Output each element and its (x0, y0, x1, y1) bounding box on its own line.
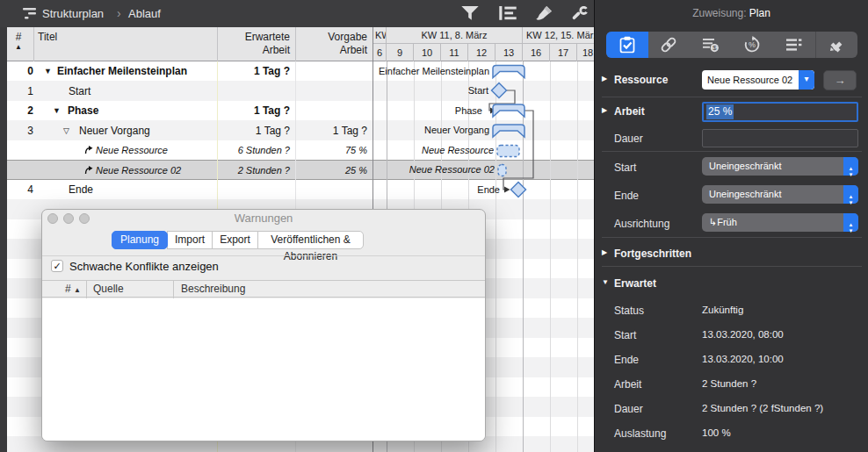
tab-import[interactable]: Import (167, 231, 213, 249)
end-label: Ende (614, 190, 639, 202)
table-row[interactable]: 0 ▼ Einfacher Meilensteinplan 1 Tag ? (7, 61, 373, 82)
inspector-sidebar: Zuweisung: Plan (594, 0, 868, 452)
alignment-popup[interactable]: ↳Früh ▲▼ (702, 213, 858, 232)
summary-bar-meilensteinplan[interactable] (493, 66, 524, 78)
table-row-resource[interactable]: Neue Ressource 6 Stunden ? 75 % (7, 140, 373, 161)
tab-assignment[interactable] (606, 32, 648, 58)
go-to-resource-button[interactable]: → (823, 70, 857, 90)
gantt-day: 6 (373, 44, 387, 61)
resource-combobox-value: Neue Ressource 02 (707, 75, 792, 85)
milestone-ende[interactable] (511, 183, 526, 197)
tab-export[interactable]: Export (212, 231, 258, 249)
detail-row: Dauer 2 Stunden ? (2 fStunden ?) (595, 400, 868, 420)
work-input[interactable]: 25 % (702, 102, 858, 122)
start-constraint-popup[interactable]: Uneingeschränkt ▲▼ (702, 157, 858, 176)
table-header: # ▲ Titel Erwartete Arbeit Vorgabe Arbei… (7, 27, 594, 61)
duration-label: Dauer (614, 133, 643, 145)
inspector-title-prefix: Zuweisung: (692, 7, 746, 19)
percent-cycle-icon: % (743, 36, 761, 54)
disclosure-triangle[interactable]: ▼ (53, 101, 61, 120)
detail-value: Zukünftig (702, 305, 743, 315)
inspector-title-value: Plan (749, 7, 770, 19)
gantt-day: 9 (387, 44, 414, 61)
column-header-title[interactable]: Titel (38, 31, 57, 43)
inspector-tabbar: $ % (606, 32, 857, 58)
weak-conflicts-checkbox[interactable]: ✓ (51, 260, 63, 272)
chevron-down-icon[interactable]: ▾ (799, 70, 814, 90)
resource-title: Neue Ressource (96, 140, 168, 160)
work-row: ▶ Arbeit 25 % (595, 103, 868, 122)
disclosure-triangle[interactable]: ▶ (602, 106, 607, 114)
outline-icon[interactable] (498, 6, 517, 21)
task-title: Start (69, 82, 90, 101)
effort: 25 % (295, 161, 367, 180)
gantt-week-prev: KW (373, 27, 387, 44)
wrench-icon[interactable] (571, 6, 590, 21)
start-constraint-value: Uneingeschränkt (709, 161, 782, 171)
tab-effort[interactable]: % (732, 32, 774, 58)
breadcrumb-current[interactable]: Ablauf (128, 7, 161, 20)
end-constraint-value: Uneingeschränkt (709, 189, 782, 199)
resource-title: Neue Ressource 02 (96, 161, 181, 180)
column-header-expected[interactable]: Erwartete Arbeit (217, 27, 290, 57)
filter-icon[interactable] (460, 6, 480, 21)
view-structure-icon[interactable] (23, 8, 37, 19)
detail-value: 13.03.2020, 10:00 (702, 354, 784, 364)
tab-connections[interactable] (648, 32, 691, 58)
disclosure-triangle[interactable]: ▼ (602, 278, 609, 286)
resource-combobox[interactable]: Neue Ressource 02 ▾ (702, 70, 814, 90)
popup-stepper-icon[interactable]: ▲▼ (843, 213, 858, 232)
effort: 75 % (295, 140, 367, 160)
advanced-section-header[interactable]: ▶ Fortgeschritten (595, 245, 868, 264)
gantt-day: 17 (550, 44, 577, 61)
popup-stepper-icon[interactable]: ▲▼ (843, 157, 858, 176)
assignment-bar-neue-ressource[interactable] (497, 146, 519, 157)
warnings-dialog: Warnungen Planung Import Export Veröffen… (41, 209, 486, 441)
warnings-column-description[interactable]: Beschreibung (181, 281, 245, 297)
link-icon (660, 36, 677, 54)
list-handles-icon (785, 36, 803, 54)
popup-stepper-icon[interactable]: ▲▼ (843, 185, 858, 204)
gantt-label-start: Start (468, 84, 488, 97)
table-row[interactable]: 3 ▽ Neuer Vorgang 1 Tag ? 1 Tag ? (7, 121, 373, 141)
disclosure-triangle[interactable]: ▶ (602, 75, 607, 83)
row-number: 1 (7, 82, 33, 101)
expected-label: Erwartet (614, 277, 656, 290)
gantt-label-task: Neuer Vorgang (424, 124, 489, 137)
table-row[interactable]: 1 Start (7, 82, 373, 102)
warnings-table-body[interactable] (42, 298, 486, 441)
gantt-day: 12 (468, 44, 495, 61)
brush-icon[interactable] (535, 6, 554, 21)
gantt-day: 13 (495, 44, 523, 61)
disclosure-triangle-open-outline[interactable]: ▽ (63, 121, 69, 140)
summary-bar-phase[interactable] (493, 104, 524, 117)
tab-publish-subscribe[interactable]: Veröffentlichen & Abonnieren (257, 231, 364, 249)
detail-label: Start (614, 329, 636, 341)
end-constraint-popup[interactable]: Uneingeschränkt ▲▼ (702, 185, 858, 204)
gantt-day: 10 (414, 44, 441, 61)
table-row[interactable]: 2 ▼ Phase 1 Tag ? (7, 101, 373, 121)
weak-conflicts-label: Schwache Konflikte anzeigen (69, 260, 219, 273)
column-header-effort[interactable]: Vorgabe Arbeit (295, 27, 367, 57)
milestone-start[interactable] (492, 83, 507, 98)
sort-indicator: ▲ (7, 43, 30, 51)
disclosure-triangle[interactable]: ▼ (44, 61, 52, 81)
warnings-column-number[interactable]: # ▲ (42, 281, 81, 298)
tab-planung[interactable]: Planung (112, 231, 168, 249)
tab-custom-data[interactable] (773, 32, 815, 58)
work-input-value: 25 % (706, 104, 734, 119)
table-row-resource-selected[interactable]: Neue Ressource 02 2 Stunden ? 25 % (7, 161, 373, 181)
column-header-number[interactable]: # ▲ (7, 31, 30, 51)
assignment-bar-neue-ressource-02[interactable] (498, 165, 506, 176)
detail-row: Status Zukünftig (595, 302, 868, 321)
assignment-arrow-icon (84, 166, 93, 175)
expected-section-header[interactable]: ▼ Erwartet (595, 275, 868, 294)
duration-input[interactable] (702, 129, 858, 147)
tab-costs[interactable]: $ (690, 32, 732, 58)
warnings-column-source[interactable]: Quelle (93, 281, 124, 297)
task-bar-neuer-vorgang[interactable] (493, 125, 524, 137)
table-row[interactable]: 4 Ende (7, 180, 373, 200)
disclosure-triangle[interactable]: ▶ (602, 248, 607, 256)
breadcrumb-root[interactable]: Strukturplan (42, 7, 104, 20)
tab-notes[interactable] (815, 32, 858, 58)
